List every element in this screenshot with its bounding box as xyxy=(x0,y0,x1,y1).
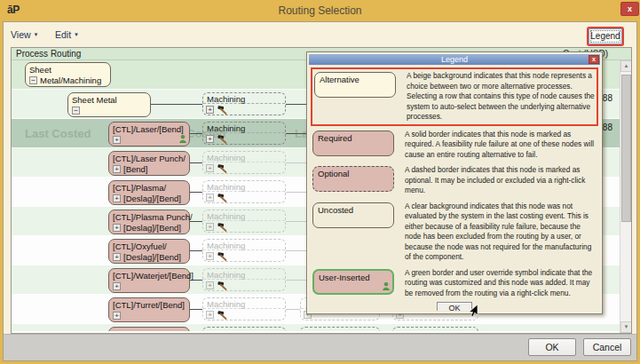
legend-entry-required: RequiredA solid border indicates that th… xyxy=(311,128,598,162)
cancel-button[interactable]: Cancel xyxy=(583,338,631,356)
legend-sample-node: Alternative xyxy=(314,72,396,98)
expander-toggle-icon[interactable]: + xyxy=(113,282,121,290)
machining-node[interactable]: Machining+ xyxy=(202,122,286,145)
routing-node[interactable]: [CTL]/Oxyfuel/+[Deslag]/[Bend] xyxy=(108,239,190,264)
machining-node[interactable]: Machining+ xyxy=(202,92,286,115)
machining-node-subrow: + xyxy=(203,104,285,115)
legend-close-icon[interactable]: x xyxy=(589,55,599,64)
routing-node[interactable]: [CTL]/Plasma/+[Deslag]/[Bend] xyxy=(108,180,190,205)
legend-description: A clear background indicates that this n… xyxy=(401,202,597,263)
machining-node[interactable]: Machining+ xyxy=(202,180,286,203)
routing-node-label: [CTL]/Laser Punch/ xyxy=(113,154,186,163)
legend-title-bar: Legend x xyxy=(309,54,600,65)
ok-button[interactable]: OK xyxy=(528,338,576,356)
routing-node[interactable]: [CTL]/Plasma Punch/+[Deslag]/[Bend] xyxy=(108,210,190,234)
machining-node-subrow: + xyxy=(203,309,285,320)
routing-node-label: [CTL]/Plasma/ xyxy=(113,183,186,193)
routing-node[interactable]: Sheet−Metal/Machining xyxy=(25,62,111,87)
legend-entry-alternative: AlternativeA beige background indicates … xyxy=(311,67,598,126)
routing-node-label2: [Deslag]/[Bend] xyxy=(123,252,181,262)
hammer-icon xyxy=(216,223,227,232)
legend-sample-node: Required xyxy=(312,131,394,156)
legend-sample-label: User-Inserted xyxy=(319,273,388,282)
expander-toggle-icon[interactable]: + xyxy=(113,165,121,173)
routing-node[interactable]: [CTL]/Turret/[Bend]+ xyxy=(108,297,190,322)
connector-line xyxy=(151,104,202,105)
routing-row[interactable] xyxy=(12,324,620,331)
expander-toggle-icon[interactable]: + xyxy=(206,281,214,289)
connector-line xyxy=(190,309,202,310)
machining-node[interactable]: Machining+ xyxy=(202,297,286,320)
routing-node[interactable]: [CTL]/Laser Punch/+[Bend] xyxy=(108,151,190,176)
mouse-cursor-icon xyxy=(465,305,478,318)
connector-line xyxy=(190,133,202,134)
expander-toggle-icon[interactable]: + xyxy=(206,194,214,202)
legend-sample-wrap: Optional xyxy=(312,165,401,196)
expander-toggle-icon[interactable]: + xyxy=(206,106,214,114)
legend-description: A green border and user override symbol … xyxy=(401,268,597,299)
machining-node-label: Machining xyxy=(203,93,285,104)
machining-node-label: Machining xyxy=(203,181,285,192)
expander-toggle-icon[interactable]: − xyxy=(72,107,80,115)
scroll-up-icon[interactable]: ▲ xyxy=(620,60,632,72)
routing-node-label: [CTL]/Oxyfuel/ xyxy=(113,241,186,251)
watermark-text: Last Costed xyxy=(25,127,91,140)
process-routing-header: Process Routing xyxy=(16,49,81,59)
dialog-body: View▼ Edit▼ Legend Process Routing Cost … xyxy=(3,21,637,361)
menu-edit[interactable]: Edit▼ xyxy=(55,29,79,40)
user-override-icon xyxy=(179,135,186,145)
routing-node-subrow: + xyxy=(113,281,186,291)
legend-button[interactable]: Legend xyxy=(589,28,622,44)
routing-node-label: Sheet Metal xyxy=(72,95,146,105)
routing-node[interactable]: [CTL]/Waterjet/[Bend]+ xyxy=(108,268,190,293)
expander-toggle-icon[interactable]: + xyxy=(206,311,214,319)
legend-body: AlternativeA beige background indicates … xyxy=(311,67,598,311)
legend-entry-user-inserted: User-InsertedA green border and user ove… xyxy=(311,266,598,301)
legend-sample-label: Alternative xyxy=(320,75,391,84)
machining-node[interactable]: Machining+ xyxy=(202,210,286,233)
routing-node-label2: Metal/Machining xyxy=(40,75,101,85)
legend-sample-label: Optional xyxy=(318,169,389,178)
machining-node[interactable]: Machining+ xyxy=(202,151,286,174)
person-icon xyxy=(383,282,390,290)
legend-sample-node: User-Inserted xyxy=(312,269,394,295)
legend-sample-label: Required xyxy=(318,133,389,143)
expander-toggle-icon[interactable]: + xyxy=(113,253,121,261)
routing-node-subrow: −Metal/Machining xyxy=(29,75,107,85)
menu-view[interactable]: View▼ xyxy=(11,29,39,40)
vertical-scrollbar[interactable]: ▲ ▼ xyxy=(620,60,631,333)
expander-toggle-icon[interactable]: − xyxy=(29,76,37,84)
routing-node[interactable]: Sheet Metal− xyxy=(67,92,151,117)
expander-toggle-icon[interactable]: + xyxy=(206,164,214,172)
expander-toggle-icon[interactable]: + xyxy=(113,224,121,232)
machining-node[interactable]: Machining+ xyxy=(202,268,286,291)
expander-toggle-icon[interactable]: + xyxy=(113,194,121,202)
legend-description: A beige background indicates that this n… xyxy=(403,71,595,123)
expander-toggle-icon[interactable]: + xyxy=(113,312,121,320)
routing-node-label: [CTL]/Turret/[Bend] xyxy=(113,300,186,310)
routing-node-subrow: + xyxy=(113,311,186,320)
expander-toggle-icon[interactable]: + xyxy=(206,135,214,143)
machining-node-label: Machining xyxy=(203,152,285,162)
routing-node[interactable]: [CTL]/Laser/[Bend]+ xyxy=(108,122,190,146)
scrollbar-thumb[interactable] xyxy=(621,75,631,222)
routing-node-subrow: + xyxy=(113,135,186,145)
scroll-down-icon[interactable]: ▼ xyxy=(620,321,632,333)
machining-node-subrow: + xyxy=(203,250,285,261)
legend-sample-wrap: Alternative xyxy=(314,71,403,123)
hammer-icon xyxy=(216,106,227,115)
routing-node-label2: [Deslag]/[Bend] xyxy=(123,194,181,203)
routing-node-subrow: +[Bend] xyxy=(113,164,186,174)
legend-entry-uncosted: UncostedA clear background indicates tha… xyxy=(311,200,598,265)
expander-toggle-icon[interactable]: + xyxy=(206,223,214,231)
legend-sample-node: Uncosted xyxy=(312,202,394,228)
expander-toggle-icon[interactable]: + xyxy=(206,252,214,260)
legend-description: A dashed border indicates that this node… xyxy=(401,165,597,196)
hammer-icon xyxy=(216,135,227,144)
expander-toggle-icon[interactable]: + xyxy=(113,136,121,144)
hammer-icon xyxy=(216,252,227,261)
window-close-button[interactable]: x xyxy=(620,2,639,16)
machining-node[interactable]: Machining+ xyxy=(202,239,286,262)
machining-node-subrow: + xyxy=(203,280,285,290)
routing-node-label: [CTL]/Plasma Punch/ xyxy=(113,212,186,222)
